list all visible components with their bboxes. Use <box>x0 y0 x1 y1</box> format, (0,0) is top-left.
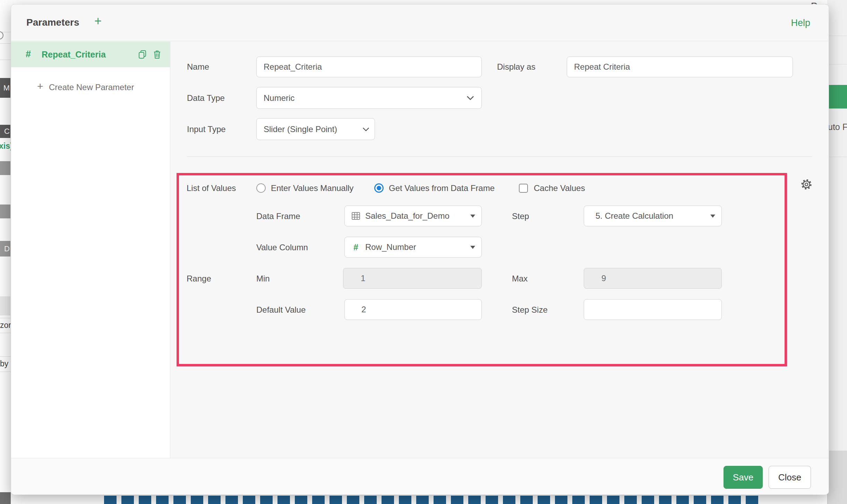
parameter-list-sidebar: # Repeat_Criteria + Create New Parameter <box>11 42 170 458</box>
dialog-title: Parameters <box>26 17 79 28</box>
close-button[interactable]: Close <box>769 466 811 489</box>
add-parameter-icon[interactable]: + <box>94 15 102 27</box>
divider <box>0 60 11 60</box>
numeric-type-icon: # <box>26 49 31 60</box>
cache-values-checkbox[interactable] <box>519 184 528 193</box>
save-button[interactable]: Save <box>724 466 763 489</box>
enter-values-manually-radio[interactable] <box>256 183 266 193</box>
step-value: 5. Create Calculation <box>596 211 673 221</box>
divider <box>827 157 847 157</box>
plus-icon: + <box>37 81 43 92</box>
sidebar-item-repeat-criteria[interactable]: # Repeat_Criteria <box>11 42 170 67</box>
range-label: Range <box>187 274 211 283</box>
chevron-down-icon <box>362 127 370 132</box>
background-dark-chip: M <box>0 78 10 98</box>
background-bottom-corner <box>0 492 11 504</box>
min-input <box>343 268 482 289</box>
trash-icon[interactable] <box>153 50 162 59</box>
caret-down-icon <box>470 245 476 249</box>
dialog-footer: Save Close <box>11 458 829 495</box>
divider <box>827 64 847 64</box>
step-size-input[interactable] <box>584 299 722 320</box>
display-as-label: Display as <box>497 62 536 71</box>
parameters-dialog: Parameters + Help # Repeat_Criteria <box>11 4 829 495</box>
background-gray-chip <box>0 161 10 175</box>
value-column-dropdown[interactable]: # Row_Number <box>344 237 482 258</box>
background-gray-chip <box>0 205 10 218</box>
background-left-panel: M C xis) D zor by S <box>0 0 11 504</box>
background-axis-text: xis) <box>0 141 11 151</box>
value-column-value: Row_Number <box>365 242 416 252</box>
step-dropdown[interactable]: 5. Create Calculation <box>584 206 722 226</box>
screen: Repeat C uto F M C xis) D zor by S Param… <box>0 0 847 504</box>
display-as-input[interactable] <box>567 57 793 77</box>
input-type-select[interactable]: Slider (Single Point) <box>256 118 375 140</box>
enter-values-manually-label[interactable]: Enter Values Manually <box>271 183 353 193</box>
dialog-header: Parameters + Help <box>11 5 829 41</box>
background-dark-chip: C <box>0 125 10 138</box>
step-label: Step <box>512 211 529 221</box>
background-auto-text: uto F <box>828 122 847 132</box>
name-label: Name <box>187 62 209 71</box>
max-input <box>584 268 722 289</box>
default-value-input[interactable] <box>344 299 482 320</box>
background-circle-icon <box>0 31 3 40</box>
help-link[interactable]: Help <box>791 18 810 28</box>
get-values-from-data-frame-label[interactable]: Get Values from Data Frame <box>389 183 495 193</box>
create-new-parameter-button[interactable]: + Create New Parameter <box>11 80 170 94</box>
caret-down-icon <box>470 214 476 218</box>
cache-values-label[interactable]: Cache Values <box>534 183 585 193</box>
background-right-footer <box>827 451 847 504</box>
data-frame-label: Data Frame <box>256 211 300 221</box>
divider <box>0 43 11 44</box>
background-green-button <box>827 85 847 108</box>
divider <box>0 356 11 357</box>
divider <box>827 36 847 36</box>
divider <box>0 372 11 372</box>
table-icon <box>351 211 360 220</box>
background-right-panel: uto F <box>827 0 847 504</box>
input-type-value: Slider (Single Point) <box>264 124 337 134</box>
caret-down-icon <box>710 214 716 218</box>
max-label: Max <box>512 274 528 283</box>
background-light-chip <box>0 296 10 315</box>
divider <box>0 333 11 333</box>
get-values-from-data-frame-radio[interactable] <box>374 183 384 193</box>
input-type-label: Input Type <box>187 124 226 134</box>
min-label: Min <box>256 274 270 283</box>
gear-icon[interactable] <box>801 179 812 190</box>
chevron-down-icon <box>466 95 474 101</box>
data-frame-dropdown[interactable]: Sales_Data_for_Demo <box>344 206 482 226</box>
data-type-select[interactable]: Numeric <box>256 87 482 109</box>
data-type-label: Data Type <box>187 93 225 103</box>
background-bar-pattern <box>104 496 761 504</box>
divider <box>0 318 11 318</box>
copy-icon[interactable] <box>138 50 147 59</box>
background-gray-chip: D <box>0 241 10 257</box>
step-size-label: Step Size <box>512 305 548 314</box>
value-column-label: Value Column <box>256 243 308 252</box>
data-type-value: Numeric <box>264 93 294 103</box>
name-input[interactable] <box>256 57 482 77</box>
data-frame-value: Sales_Data_for_Demo <box>365 211 450 221</box>
divider <box>187 156 812 157</box>
parameter-name-label: Repeat_Criteria <box>42 50 106 60</box>
numeric-type-icon: # <box>351 242 360 252</box>
list-of-values-label: List of Values <box>187 183 236 193</box>
background-menu-text: by S <box>0 359 11 368</box>
default-value-label: Default Value <box>256 305 306 314</box>
create-new-parameter-label: Create New Parameter <box>49 82 134 92</box>
background-menu-text: zor <box>0 321 11 330</box>
